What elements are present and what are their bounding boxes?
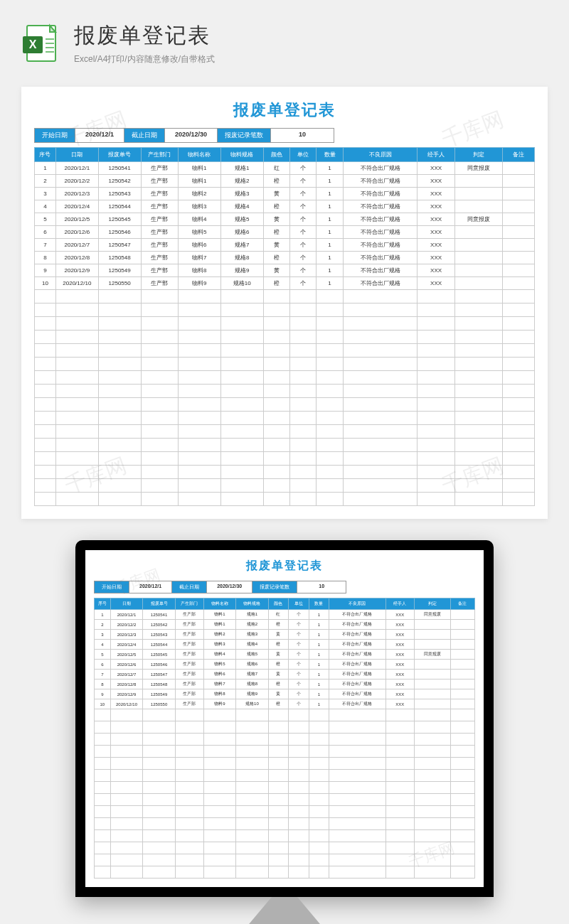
table-row: 92020/12/91250549生产部物料8规格9黄个1不符合出厂规格XXX bbox=[95, 689, 475, 699]
table-cell: 1 bbox=[317, 239, 343, 252]
column-header: 判定 bbox=[414, 598, 450, 610]
start-date-value: 2020/12/1 bbox=[129, 581, 172, 593]
end-date-value: 2020/12/30 bbox=[207, 581, 252, 593]
column-header: 备注 bbox=[503, 148, 535, 162]
table-row bbox=[35, 466, 535, 479]
table-row: 32020/12/31250543生产部物料2规格3黄个1不符合出厂规格XXX bbox=[35, 188, 535, 200]
table-cell: 个 bbox=[289, 239, 316, 252]
table-cell: 规格1 bbox=[236, 610, 269, 620]
table-cell: 2020/12/7 bbox=[110, 670, 143, 679]
table-row bbox=[35, 358, 535, 371]
table-cell bbox=[503, 264, 535, 277]
table-row bbox=[95, 842, 475, 854]
table-cell bbox=[450, 689, 474, 699]
table-cell: 橙 bbox=[268, 679, 288, 689]
table-cell: 生产部 bbox=[141, 264, 178, 277]
table-cell: XXX bbox=[418, 226, 454, 239]
table-cell: 1250549 bbox=[98, 264, 141, 277]
table-header-row: 序号日期报废单号产生部门物料名称物料规格颜色单位数量不良原因经手人判定备注 bbox=[35, 148, 535, 162]
table-cell: 规格4 bbox=[236, 640, 269, 650]
table-cell bbox=[414, 670, 450, 679]
table-row: 12020/12/11250541生产部物料1规格1红个1不符合出厂规格XXX同… bbox=[95, 610, 475, 620]
table-cell: 个 bbox=[289, 188, 316, 200]
table-cell: 个 bbox=[289, 175, 316, 188]
table-cell bbox=[503, 213, 535, 226]
table-cell: 物料8 bbox=[203, 689, 236, 699]
table-cell: 2020/12/6 bbox=[110, 660, 143, 670]
table-row bbox=[35, 317, 535, 331]
table-cell: 生产部 bbox=[141, 162, 178, 175]
table-cell: 物料8 bbox=[178, 264, 220, 277]
table-cell: 1 bbox=[35, 162, 56, 175]
table-cell: 个 bbox=[289, 660, 309, 670]
table-cell: 规格8 bbox=[236, 679, 269, 689]
end-date-label: 截止日期 bbox=[172, 581, 207, 593]
table-cell bbox=[454, 252, 502, 264]
column-header: 颜色 bbox=[263, 148, 289, 162]
table-cell: 1 bbox=[95, 610, 111, 620]
table-cell: 不符合出厂规格 bbox=[329, 699, 386, 709]
table-cell bbox=[503, 252, 535, 264]
table-cell bbox=[450, 679, 474, 689]
table-cell: 9 bbox=[95, 689, 111, 699]
table-cell: 橙 bbox=[268, 620, 288, 630]
record-count-label: 报废记录笔数 bbox=[218, 128, 271, 143]
table-cell: 个 bbox=[289, 630, 309, 640]
table-body: 12020/12/11250541生产部物料1规格1红个1不符合出厂规格XXX同… bbox=[35, 162, 535, 506]
page-header: X 报废单登记表 Excel/A4打印/内容随意修改/自带格式 bbox=[0, 14, 569, 80]
table-cell: 不符合出厂规格 bbox=[343, 200, 418, 213]
table-cell: 个 bbox=[289, 640, 309, 650]
column-header: 判定 bbox=[454, 148, 502, 162]
table-cell bbox=[450, 640, 474, 650]
start-date-value: 2020/12/1 bbox=[75, 128, 124, 143]
column-header: 备注 bbox=[450, 598, 474, 610]
column-header: 物料规格 bbox=[236, 598, 269, 610]
table-cell: 不符合出厂规格 bbox=[343, 188, 418, 200]
table-cell: 2020/12/8 bbox=[55, 252, 98, 264]
column-header: 颜色 bbox=[268, 598, 288, 610]
table-row bbox=[95, 794, 475, 806]
table-cell: 1250546 bbox=[98, 226, 141, 239]
table-row bbox=[95, 818, 475, 830]
table-cell: 2 bbox=[95, 620, 111, 630]
table-row bbox=[35, 493, 535, 506]
column-header: 数量 bbox=[317, 148, 343, 162]
table-row bbox=[95, 758, 475, 770]
table-cell: 1250542 bbox=[143, 620, 176, 630]
table-cell: 物料1 bbox=[178, 162, 220, 175]
table-cell: 1 bbox=[309, 640, 329, 650]
table-cell: 规格9 bbox=[236, 689, 269, 699]
column-header: 物料名称 bbox=[178, 148, 220, 162]
table-cell: XXX bbox=[385, 620, 414, 630]
table-cell: 生产部 bbox=[141, 252, 178, 264]
table-row bbox=[95, 866, 475, 879]
column-header: 日期 bbox=[55, 148, 98, 162]
table-cell: 不符合出厂规格 bbox=[329, 689, 386, 699]
table-cell bbox=[414, 640, 450, 650]
table-cell: 个 bbox=[289, 226, 316, 239]
table-row: 82020/12/81250548生产部物料7规格8橙个1不符合出厂规格XXX bbox=[95, 679, 475, 689]
sheet-title: 报废单登记表 bbox=[94, 559, 475, 574]
table-cell: 1250549 bbox=[143, 689, 176, 699]
table-cell: 1 bbox=[309, 689, 329, 699]
table-cell: 物料3 bbox=[178, 200, 220, 213]
table-cell: 红 bbox=[263, 162, 289, 175]
spreadsheet-preview-card: 千库网 千库网 千库网 千库网 报废单登记表 开始日期 2020/12/1 截止… bbox=[21, 87, 548, 519]
table-cell: 1250547 bbox=[143, 670, 176, 679]
table-cell: 1250546 bbox=[143, 660, 176, 670]
table-cell: 2020/12/7 bbox=[55, 239, 98, 252]
page-subtitle: Excel/A4打印/内容随意修改/自带格式 bbox=[74, 53, 215, 65]
table-cell: 1 bbox=[309, 699, 329, 709]
table-cell: 物料5 bbox=[178, 226, 220, 239]
table-row bbox=[95, 806, 475, 818]
table-cell: 生产部 bbox=[175, 630, 203, 640]
table-cell: XXX bbox=[418, 162, 454, 175]
table-cell: XXX bbox=[418, 175, 454, 188]
table-row bbox=[95, 721, 475, 734]
monitor-mockup: 千库网 千库网 报废单登记表 开始日期 2020/12/1 截止日期 2020/… bbox=[0, 540, 569, 924]
table-cell: XXX bbox=[385, 660, 414, 670]
table-cell: 同意报废 bbox=[454, 213, 502, 226]
table-cell: 个 bbox=[289, 213, 316, 226]
column-header: 日期 bbox=[110, 598, 143, 610]
table-cell: 生产部 bbox=[141, 200, 178, 213]
